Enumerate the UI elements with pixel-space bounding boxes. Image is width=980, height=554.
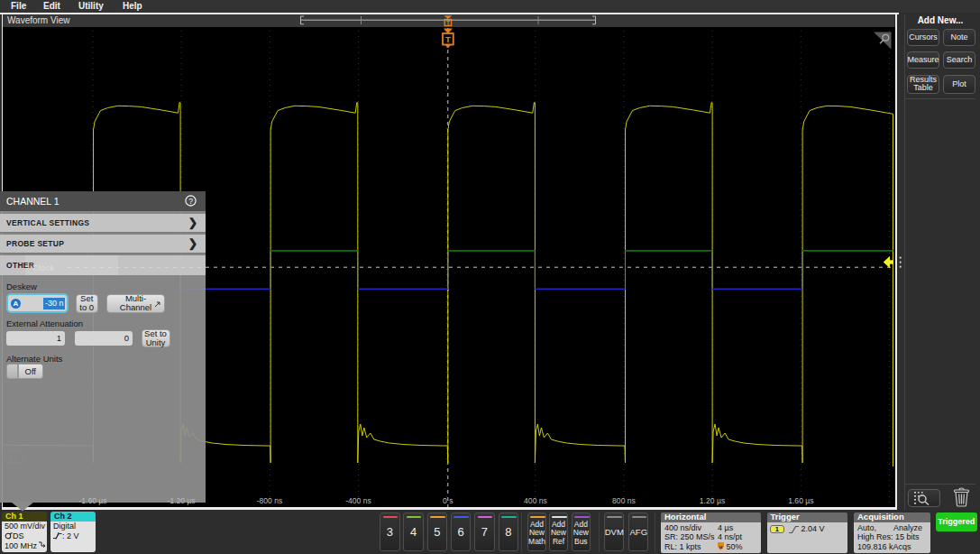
svg-text:-1.60 µs: -1.60 µs — [78, 496, 106, 505]
svg-text:400 ns: 400 ns — [524, 496, 547, 505]
svg-text:1.20 µs: 1.20 µs — [700, 496, 725, 505]
svg-text:-800 ns: -800 ns — [257, 496, 283, 505]
svg-text:800 ns: 800 ns — [612, 496, 636, 505]
svg-text:1.60 µs: 1.60 µs — [788, 496, 813, 505]
svg-text:-1.20 µs: -1.20 µs — [167, 496, 195, 505]
svg-text:0 s: 0 s — [443, 496, 453, 505]
svg-text:-400 ns: -400 ns — [345, 496, 371, 505]
